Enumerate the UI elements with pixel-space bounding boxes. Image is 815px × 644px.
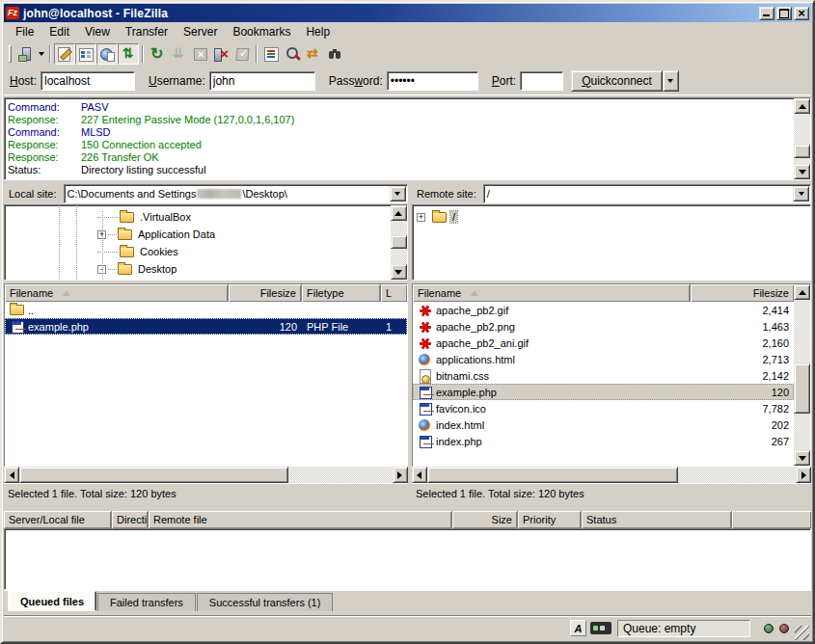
tree-item-root[interactable]: + / bbox=[413, 208, 810, 226]
column-header-filename[interactable]: Filename bbox=[5, 284, 229, 302]
quickconnect-button[interactable]: Quickconnect bbox=[571, 70, 663, 92]
scrollbar-thumb[interactable] bbox=[427, 467, 678, 483]
data-type-indicator[interactable]: A bbox=[570, 620, 586, 636]
menu-bookmarks[interactable]: Bookmarks bbox=[225, 23, 298, 40]
menu-server[interactable]: Server bbox=[176, 23, 225, 40]
file-row[interactable]: bitnami.css 2,142 bbox=[413, 367, 794, 384]
chevron-down-icon bbox=[39, 52, 44, 56]
queue-list[interactable] bbox=[4, 528, 811, 590]
menu-edit[interactable]: Edit bbox=[41, 23, 77, 40]
remote-path-combo[interactable]: / bbox=[483, 184, 811, 203]
file-row-example-php[interactable]: example.php 120 bbox=[413, 384, 794, 400]
local-horizontal-scrollbar[interactable] bbox=[4, 467, 408, 483]
scrollbar-thumb[interactable] bbox=[19, 467, 288, 483]
cancel-button[interactable] bbox=[189, 43, 210, 65]
scroll-down-button[interactable] bbox=[794, 164, 810, 179]
column-header-filesize[interactable]: Filesize bbox=[229, 284, 302, 302]
file-row-parent-dir[interactable]: .. bbox=[5, 302, 407, 318]
process-queue-button[interactable] bbox=[168, 43, 189, 65]
synchronized-browsing-button[interactable] bbox=[303, 43, 324, 65]
log-vertical-scrollbar[interactable] bbox=[794, 98, 810, 179]
filter-icon bbox=[262, 45, 280, 63]
quickconnect-dropdown[interactable] bbox=[663, 70, 679, 92]
port-input[interactable] bbox=[520, 71, 563, 91]
site-manager-dropdown[interactable] bbox=[36, 43, 46, 65]
filter-button[interactable] bbox=[260, 43, 282, 65]
scroll-left-button[interactable] bbox=[4, 467, 19, 483]
scroll-down-button[interactable] bbox=[391, 264, 407, 280]
column-header-filesize[interactable]: Filesize bbox=[691, 284, 794, 302]
tab-successful-transfers[interactable]: Successful transfers (1) bbox=[197, 593, 334, 611]
tab-queued-files[interactable]: Queued files bbox=[8, 591, 96, 611]
scroll-down-button[interactable] bbox=[794, 450, 810, 466]
maximize-button[interactable] bbox=[776, 7, 792, 20]
queue-column-remote-file[interactable]: Remote file bbox=[149, 511, 452, 528]
local-path-combo[interactable]: C:\Documents and Settings\Desktop\ bbox=[64, 184, 408, 203]
toggle-local-tree-button[interactable] bbox=[75, 43, 96, 65]
scrollbar-thumb[interactable] bbox=[794, 363, 810, 414]
file-row[interactable]: applications.html 2,713 bbox=[413, 351, 794, 367]
tree-item-virtualbox[interactable]: .VirtualBox bbox=[5, 208, 391, 226]
scrollbar-thumb[interactable] bbox=[391, 235, 407, 249]
username-input[interactable] bbox=[209, 71, 315, 91]
column-header-filetype[interactable]: Filetype bbox=[302, 284, 381, 302]
compare-button[interactable] bbox=[282, 43, 303, 65]
minimize-button[interactable] bbox=[759, 7, 774, 20]
column-header-filename[interactable]: Filename bbox=[413, 284, 691, 302]
toggle-remote-tree-button[interactable] bbox=[96, 43, 118, 65]
menu-view[interactable]: View bbox=[77, 23, 118, 40]
expand-icon[interactable]: + bbox=[417, 213, 425, 222]
file-row[interactable]: apache_pb2.gif 2,414 bbox=[413, 302, 794, 318]
tab-failed-transfers[interactable]: Failed transfers bbox=[97, 593, 196, 611]
tree-item-desktop[interactable]: - Desktop bbox=[5, 260, 391, 278]
menu-file[interactable]: File bbox=[8, 23, 41, 40]
queue-splitter[interactable] bbox=[4, 503, 811, 511]
disconnect-icon bbox=[212, 45, 230, 63]
queue-column-direction[interactable]: Directi... bbox=[112, 511, 149, 528]
queue-column-status[interactable]: Status bbox=[582, 511, 732, 528]
close-button[interactable] bbox=[794, 7, 809, 20]
local-tree-vertical-scrollbar[interactable] bbox=[391, 205, 407, 280]
menu-help[interactable]: Help bbox=[298, 23, 338, 40]
queue-column-size[interactable]: Size bbox=[452, 511, 518, 528]
file-row[interactable]: index.php 267 bbox=[413, 433, 794, 449]
tree-item-application-data[interactable]: + Application Data bbox=[5, 226, 391, 243]
disconnect-button[interactable] bbox=[210, 43, 231, 65]
tree-item-cookies[interactable]: Cookies bbox=[5, 243, 391, 260]
scrollbar-thumb[interactable] bbox=[794, 145, 810, 158]
scroll-right-button[interactable] bbox=[796, 467, 811, 483]
column-header-lastmodified[interactable]: L bbox=[381, 284, 407, 302]
scroll-right-button[interactable] bbox=[393, 467, 408, 483]
username-label: Username: bbox=[149, 74, 205, 88]
file-row-example-php[interactable]: example.php 120 PHP File 1 bbox=[5, 318, 407, 335]
speed-limit-icon[interactable] bbox=[590, 622, 611, 634]
file-row[interactable]: apache_pb2_ani.gif 2,160 bbox=[413, 335, 794, 351]
queue-column-priority[interactable]: Priority bbox=[518, 511, 582, 528]
refresh-button[interactable] bbox=[147, 43, 168, 65]
file-row[interactable]: favicon.ico 7,782 bbox=[413, 400, 794, 416]
site-manager-button[interactable] bbox=[14, 43, 36, 65]
toggle-queue-button[interactable] bbox=[118, 43, 139, 65]
password-input[interactable] bbox=[387, 71, 478, 91]
remote-path-dropdown[interactable] bbox=[793, 186, 809, 201]
scroll-up-button[interactable] bbox=[391, 205, 407, 221]
menu-transfer[interactable]: Transfer bbox=[118, 23, 176, 40]
apache-feather-icon bbox=[418, 336, 432, 350]
reconnect-button[interactable] bbox=[231, 43, 253, 65]
filezilla-window: Fz john@localhost - FileZilla File Edit … bbox=[0, 0, 815, 644]
find-button[interactable] bbox=[324, 43, 345, 65]
port-label: Port: bbox=[492, 74, 516, 88]
scroll-up-button[interactable] bbox=[794, 284, 810, 300]
toolbar-grip[interactable] bbox=[9, 45, 12, 63]
host-input[interactable] bbox=[41, 71, 135, 91]
local-path-dropdown[interactable] bbox=[390, 186, 406, 201]
file-row[interactable]: index.html 202 bbox=[413, 416, 794, 433]
remote-horizontal-scrollbar[interactable] bbox=[412, 467, 811, 483]
file-row[interactable]: apache_pb2.png 1,463 bbox=[413, 318, 794, 335]
resize-grip[interactable] bbox=[795, 626, 809, 640]
remote-list-vertical-scrollbar[interactable] bbox=[794, 284, 810, 466]
toggle-message-log-button[interactable] bbox=[54, 43, 75, 65]
scroll-up-button[interactable] bbox=[794, 98, 810, 114]
queue-column-server-local-file[interactable]: Server/Local file bbox=[4, 511, 112, 528]
scroll-left-button[interactable] bbox=[412, 467, 427, 483]
